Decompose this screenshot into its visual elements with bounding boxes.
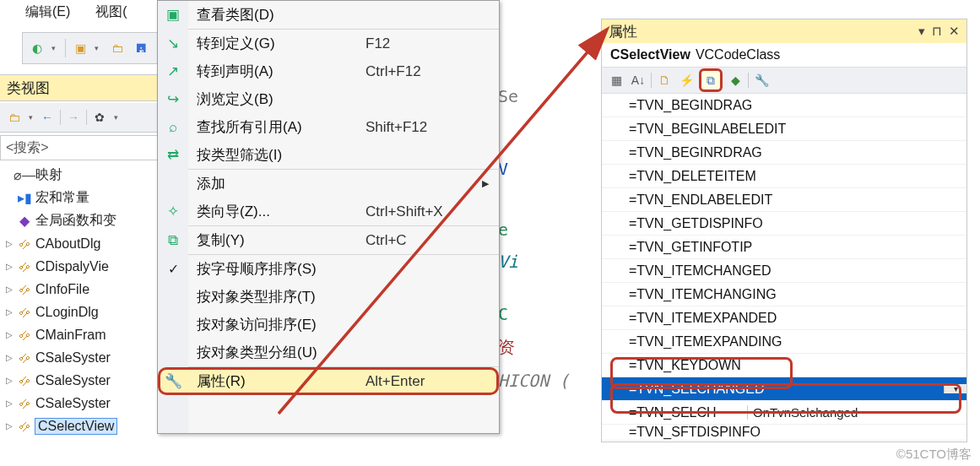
tree-item[interactable]: ▸▮宏和常量 <box>0 187 157 209</box>
tree-item[interactable]: ▷🝰CMainFram <box>0 323 157 346</box>
context-menu-label: 查找所有引用(A) <box>188 117 365 137</box>
event-row[interactable]: =TVN_ITEMEXPANDING <box>602 330 966 354</box>
tree-item[interactable]: ◆全局函数和变 <box>0 209 157 232</box>
context-menu-item[interactable]: ⧉复制(Y)Ctrl+C <box>158 226 499 254</box>
context-menu-label: 按对象访问排序(E) <box>188 315 365 334</box>
context-menu-item[interactable]: ▣查看类图(D) <box>158 1 499 29</box>
event-row[interactable]: =TVN_DELETEITEM <box>602 165 966 188</box>
browse-def-icon: ↪ <box>158 90 188 108</box>
overrides-icon[interactable]: ◆ <box>726 71 744 89</box>
context-menu-item[interactable]: 按对象访问排序(E) <box>158 311 499 339</box>
tree-item[interactable]: ▷🝰CSaleSyster <box>0 346 157 369</box>
event-row[interactable]: =TVN_BEGINLABELEDIT <box>602 117 966 141</box>
messages-icon[interactable]: ⧉ <box>699 68 723 92</box>
menu-view[interactable]: 视图( <box>95 3 127 21</box>
context-menu-item[interactable]: ✧类向导(Z)...Ctrl+Shift+X <box>158 198 499 225</box>
dropdown-icon[interactable]: ▾ <box>112 113 120 122</box>
context-menu-item[interactable]: 按字母顺序排序(S) <box>158 255 499 283</box>
goto-decl-icon: ↗ <box>158 62 188 80</box>
context-menu-item[interactable]: 按对象类型排序(T) <box>158 283 499 311</box>
context-menu-item[interactable]: 添加▶ <box>158 170 499 198</box>
new-folder-icon[interactable]: 🗀 <box>5 108 24 127</box>
dropdown-icon[interactable]: ▾ <box>51 44 60 52</box>
nav-back-icon[interactable]: ◐ <box>28 39 46 57</box>
event-row-add[interactable]: =TVN_SELCH OnTvnSelchanged <box>602 401 966 425</box>
tree-item-label: CSaleSyster <box>35 350 111 366</box>
editor-background-text: Se V e Vi C 资 HICON ( <box>498 74 599 437</box>
tree-twisty[interactable]: ▷ <box>5 307 14 317</box>
context-menu-label: 按字母顺序排序(S) <box>188 259 365 279</box>
settings-icon[interactable]: ✿ <box>90 108 109 127</box>
close-icon[interactable]: ✕ <box>949 24 960 39</box>
context-menu-item[interactable]: ⇄按类型筛选(I) <box>158 141 499 169</box>
event-row[interactable]: =TVN_BEGINRDRAG <box>602 141 966 165</box>
back-icon[interactable]: ← <box>38 108 57 127</box>
dropdown-icon[interactable]: ▾ <box>95 44 103 52</box>
menu-edit[interactable]: 编辑(E) <box>25 3 70 21</box>
tree-item-cselectview[interactable]: ▷🝰CSelectView <box>0 415 157 437</box>
tree-twisty[interactable]: ▷ <box>5 330 14 339</box>
event-name: =TVN_KEYDOWN <box>617 358 966 373</box>
context-menu-label: 浏览定义(B) <box>188 89 365 109</box>
class-icon: 🝰 <box>17 282 32 297</box>
event-row-selected[interactable]: =TVN_SELCHANGED▾ <box>602 377 966 401</box>
tree-twisty[interactable]: ▷ <box>5 262 14 271</box>
dropdown-icon[interactable]: ▾ <box>918 24 925 39</box>
event-row[interactable]: =TVN_GETINFOTIP <box>602 236 966 259</box>
context-menu-item[interactable]: ⌕查找所有引用(A)Shift+F12 <box>158 113 499 141</box>
class-view-tree[interactable]: ⌀⁠—映射▸▮宏和常量◆全局函数和变▷🝰CAboutDlg▷🝰CDispalyV… <box>0 164 157 442</box>
property-pages-icon[interactable]: 🔧 <box>752 71 771 89</box>
tree-item[interactable]: ▷🝰CInfoFile <box>0 278 157 301</box>
properties-event-list[interactable]: =TVN_BEGINDRAG=TVN_BEGINLABELEDIT=TVN_BE… <box>602 94 966 441</box>
properties-icon[interactable]: 🗋 <box>655 71 674 89</box>
tree-item[interactable]: ▷🝰CLoginDlg <box>0 301 157 323</box>
event-row[interactable]: =TVN_ITEMCHANGING <box>602 283 966 306</box>
open-icon[interactable]: 🗀 <box>108 39 127 57</box>
pin-icon[interactable]: ⊓ <box>932 24 942 39</box>
tree-item[interactable]: ▷🝰CSaleSyster <box>0 369 157 392</box>
context-menu-item[interactable]: ↗转到声明(A)Ctrl+F12 <box>158 57 499 85</box>
context-menu-item[interactable]: 按对象类型分组(U) <box>158 339 499 366</box>
tree-twisty[interactable]: ▷ <box>5 239 14 248</box>
forward-icon[interactable]: → <box>64 108 83 127</box>
classview-icon: ▣ <box>158 6 188 24</box>
dropdown-icon[interactable]: ▾ <box>27 113 35 122</box>
class-view-search[interactable]: <搜索> <box>0 135 169 160</box>
tree-item-label: 宏和常量 <box>35 189 89 207</box>
tree-item[interactable]: ▷🝰CDispalyVie <box>0 255 157 278</box>
tree-twisty[interactable]: ▷ <box>5 421 14 431</box>
event-row[interactable]: =TVN_ENDLABELEDIT <box>602 188 966 212</box>
event-add-handler[interactable]: OnTvnSelchanged <box>747 405 903 420</box>
tree-item[interactable]: ▷🝰CAboutDlg <box>0 232 157 255</box>
event-row[interactable]: =TVN_ITEMCHANGED <box>602 259 966 283</box>
properties-class-name: CSelectView <box>610 47 690 62</box>
context-menu-item[interactable]: 🔧属性(R)Alt+Enter <box>158 367 499 395</box>
alphabetical-icon[interactable]: A↓ <box>629 71 647 89</box>
menu-bar[interactable]: 编辑(E) 视图( <box>25 3 127 21</box>
tree-twisty[interactable]: ▷ <box>5 353 14 362</box>
tree-twisty[interactable]: ▷ <box>5 398 14 408</box>
properties-title-bar: 属性 ▾ ⊓ ✕ <box>602 19 966 43</box>
separator <box>651 73 652 88</box>
new-project-icon[interactable]: ▣ <box>71 39 89 57</box>
dropdown-icon[interactable]: ▾ <box>944 384 966 393</box>
events-icon[interactable]: ⚡ <box>677 71 696 89</box>
tree-twisty[interactable]: ▷ <box>5 284 14 294</box>
event-name: =TVN_BEGINRDRAG <box>617 145 966 160</box>
context-menu-item[interactable]: ↪浏览定义(B) <box>158 85 499 113</box>
tree-twisty[interactable]: ▷ <box>5 376 14 385</box>
event-row[interactable]: =TVN_BEGINDRAG <box>602 94 966 117</box>
event-name: =TVN_ITEMCHANGED <box>617 263 966 279</box>
event-row[interactable]: =TVN_KEYDOWN <box>602 354 966 377</box>
event-row[interactable]: =TVN_SFTDISPINFO <box>602 425 966 441</box>
wizard-icon: ✧ <box>158 203 188 220</box>
context-menu-item[interactable]: ↘转到定义(G)F12 <box>158 30 499 57</box>
save-all-icon[interactable]: 🖪 <box>132 39 150 57</box>
properties-panel: 属性 ▾ ⊓ ✕ CSelectView VCCodeClass ▦ A↓ 🗋 … <box>601 19 967 442</box>
tree-item[interactable]: ▷🝰CSaleSyster <box>0 392 157 415</box>
tree-item[interactable]: ⌀⁠—映射 <box>0 164 157 187</box>
event-row[interactable]: =TVN_ITEMEXPANDED <box>602 306 966 330</box>
class-icon: 🝰 <box>17 373 32 388</box>
categorized-icon[interactable]: ▦ <box>607 71 625 89</box>
event-row[interactable]: =TVN_GETDISPINFO <box>602 212 966 236</box>
